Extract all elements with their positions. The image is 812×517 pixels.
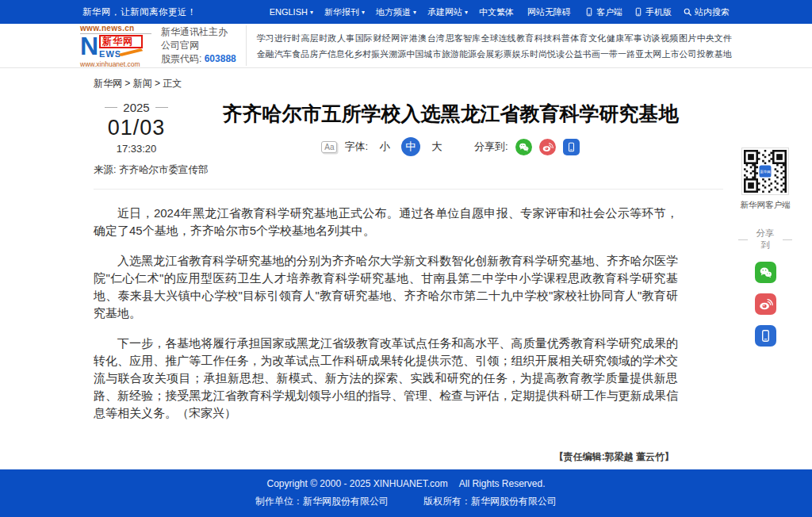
nav-link[interactable]: 会展: [477, 46, 494, 62]
phone-app-icon: [584, 7, 594, 17]
nav-link[interactable]: 科普: [553, 30, 570, 46]
nav-link[interactable]: 港澳: [409, 30, 427, 46]
client-app-link[interactable]: 客户端: [584, 6, 622, 18]
logo-site-url: www.xinhuanet.com: [80, 60, 151, 68]
nav-link[interactable]: 城市: [423, 46, 441, 62]
org-line: 新华通讯社主办: [161, 25, 236, 39]
nav-link[interactable]: 食品: [292, 46, 309, 62]
divider: [94, 189, 723, 190]
right-sidebar: 新华网 新华网客户端 分享到: [738, 147, 792, 347]
nav-link[interactable]: 旅游: [442, 46, 459, 62]
logo-swoosh: [119, 48, 143, 56]
qr-label: 新华网客户端: [738, 200, 792, 211]
nav-link[interactable]: 汽车: [274, 46, 292, 62]
date-year-row: 2025: [94, 101, 179, 114]
font-size-icon: Aa: [321, 141, 337, 153]
article-paragraph: 下一步，各基地将履行承担国家或黑龙江省级教育改革试点任务和高水平、高质量优秀教育…: [94, 335, 678, 422]
nav-link[interactable]: 健康: [607, 30, 624, 46]
search-icon: [683, 7, 692, 17]
nav-link[interactable]: 人事: [337, 30, 354, 46]
nav-link[interactable]: 金融: [257, 46, 274, 62]
article-body: 近日，2024年黑龙江省教育科学研究基地正式公布。通过各单位自愿申报、专家评审和…: [94, 205, 678, 422]
breadcrumb[interactable]: 新华网 > 新闻 > 正文: [94, 77, 723, 90]
nav-link[interactable]: 军事: [625, 30, 642, 46]
nav-link[interactable]: 溯源中国: [389, 46, 423, 62]
nav-link[interactable]: 访谈: [643, 30, 661, 46]
nav-link[interactable]: 彩票: [494, 46, 511, 62]
nav-link[interactable]: 中央文件: [697, 30, 732, 46]
nav-link[interactable]: 国际: [355, 30, 373, 46]
nav-link[interactable]: 书画: [583, 46, 600, 62]
nav-link[interactable]: 悦读: [547, 46, 565, 62]
wechat-share-icon[interactable]: [755, 262, 776, 283]
mobile-version-link[interactable]: 手机版: [634, 6, 672, 18]
nav-link[interactable]: 教育: [516, 30, 534, 46]
mobile-phone-icon: [634, 7, 643, 17]
nav-link[interactable]: 财经: [373, 30, 391, 46]
site-slogan: 新华网，让新闻离你更近！: [82, 6, 197, 18]
nav-link[interactable]: 学习进行时: [257, 30, 301, 46]
nav-link[interactable]: 一带一路: [600, 46, 635, 62]
nav-link[interactable]: 娱乐: [512, 46, 530, 62]
nav-link[interactable]: 体育: [570, 30, 588, 46]
nav-link[interactable]: 台湾: [427, 30, 445, 46]
topbar-menu-item[interactable]: ENGLISH▾: [270, 7, 313, 17]
footer: Copyright © 2000 - 2025 XINHUANET.comAll…: [0, 469, 812, 517]
weibo-share-icon[interactable]: [755, 293, 776, 315]
font-medium-button[interactable]: 中: [401, 137, 420, 156]
nav-link[interactable]: 全球连线: [481, 30, 515, 46]
nav-link[interactable]: 视频: [661, 30, 678, 46]
nav-link[interactable]: 信息化: [327, 46, 354, 62]
nav-row-1: 学习进行时高层时政人事国际财经网评港澳台湾思客智库全球连线教育科技科普体育文化健…: [257, 30, 732, 46]
font-large-button[interactable]: 大: [427, 137, 446, 156]
topbar-menu-item[interactable]: 中文繁体: [479, 6, 516, 18]
article-page: 新华网 > 新闻 > 正文 2025 01/03 17:33:20 来源: 齐齐…: [94, 77, 723, 464]
chevron-down-icon: ▾: [362, 9, 365, 16]
qr-code: 新华网: [741, 147, 789, 195]
date-year: 2025: [123, 101, 149, 114]
topbar-menu-item[interactable]: 新华报刊▾: [324, 6, 365, 18]
nav-link[interactable]: 时尚: [530, 46, 547, 62]
font-small-button[interactable]: 小: [375, 137, 394, 156]
main-nav: 学习进行时高层时政人事国际财经网评港澳台湾思客智库全球连线教育科技科普体育文化健…: [257, 30, 732, 62]
editor-credit: 【责任编辑:郭梁越 董云竹】: [94, 450, 723, 464]
nav-link[interactable]: 图片: [679, 30, 696, 46]
nav-link[interactable]: 时政: [319, 30, 336, 46]
maker-company: 新华网股份有限公司: [303, 496, 389, 507]
nav-link[interactable]: 亚太网: [635, 46, 661, 62]
site-search-link[interactable]: 站内搜索: [683, 6, 730, 18]
nav-link[interactable]: 科技: [534, 30, 552, 46]
weibo-share-icon[interactable]: [539, 139, 556, 155]
date-box: 2025 01/03 17:33:20 来源: 齐齐哈尔市委宣传部: [94, 101, 214, 177]
nav-link[interactable]: 乡村振兴: [354, 46, 389, 62]
mobile-share-icon[interactable]: [755, 325, 776, 347]
company-line: 制作单位：新华网股份有限公司 版权所有：新华网股份有限公司: [255, 495, 557, 508]
nav-link[interactable]: 上市公司: [661, 46, 696, 62]
topbar-menu-item[interactable]: 承建网站▾: [427, 6, 468, 18]
share-label: 分享到:: [474, 140, 508, 154]
nav-link[interactable]: 思客智库: [446, 30, 481, 46]
site-header: www.news.cn N 新华网 EWS www.xinhuanet.com …: [0, 24, 812, 68]
nav-link[interactable]: 投教基地: [697, 46, 732, 62]
nav-link[interactable]: 网评: [391, 30, 408, 46]
nav-link[interactable]: 高层: [301, 30, 319, 46]
divider: [738, 239, 748, 240]
date-time: 17:33:20: [94, 143, 179, 155]
wechat-share-icon[interactable]: [515, 139, 532, 155]
article-title: 齐齐哈尔市五所学校入选黑龙江省教育科学研究基地: [214, 101, 687, 127]
topbar-menu-item[interactable]: 地方频道▾: [376, 6, 416, 18]
sidebar-share-label: 分享到: [738, 228, 792, 251]
nav-link[interactable]: 能源: [459, 46, 477, 62]
logo-wordmark: 新华网: [99, 35, 143, 48]
mobile-share-icon[interactable]: [563, 139, 580, 155]
topbar-menu-item[interactable]: 网站无障碍: [527, 6, 573, 18]
nav-link[interactable]: 公益: [565, 46, 582, 62]
svg-text:新华网: 新华网: [760, 170, 770, 174]
nav-link[interactable]: 文化: [588, 30, 606, 46]
xinhuanet-logo[interactable]: www.news.cn N 新华网 EWS www.xinhuanet.com: [80, 24, 151, 68]
org-info: 新华通讯社主办 公司官网 股票代码: 603888: [161, 25, 247, 66]
copyright-line: Copyright © 2000 - 2025 XINHUANET.comAll…: [267, 478, 546, 489]
nav-link[interactable]: 房产: [309, 46, 327, 62]
owner-company: 新华网股份有限公司: [471, 496, 557, 507]
source-name: 齐齐哈尔市委宣传部: [119, 164, 209, 175]
